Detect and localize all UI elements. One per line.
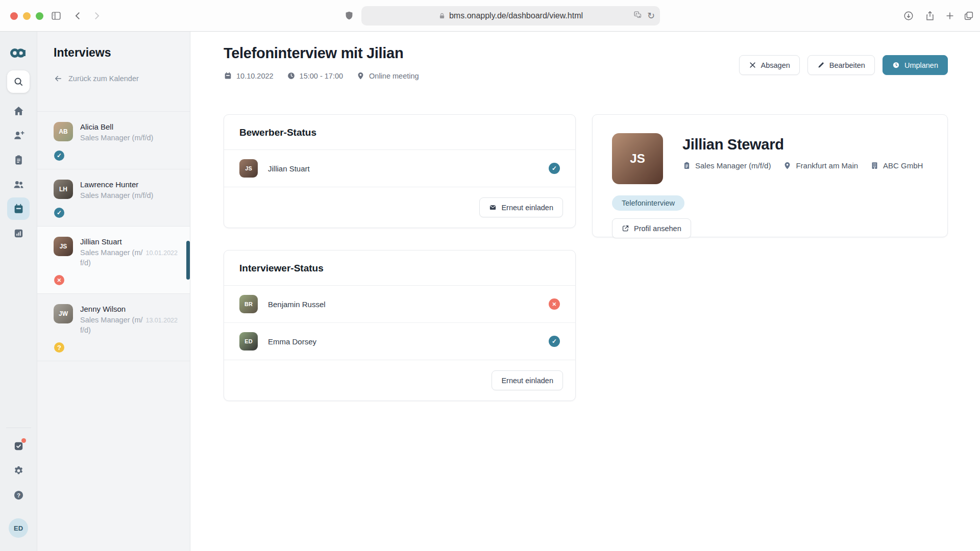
candidate-role: Sales Manager (m/ <box>80 315 143 325</box>
candidate-name: Jillian Stuart <box>80 237 178 246</box>
interviewer-name: Benjamin Russel <box>268 300 549 309</box>
status-badge <box>54 275 64 285</box>
app-window: ? ED Interviews Zurück zum Kalender AB A… <box>0 32 980 551</box>
add-candidate-icon[interactable] <box>7 124 30 146</box>
selection-indicator <box>186 241 190 280</box>
interviewer-name: Emma Dorsey <box>268 337 549 346</box>
candidate-name: Jenny Wilson <box>80 305 178 313</box>
address-bar[interactable]: bms.onapply.de/dashboard/view.html ↻ <box>361 6 660 26</box>
main-content: Telefoninterview mit Jilian 10.10.2022 <box>191 32 980 551</box>
interviews-sidebar: Interviews Zurück zum Kalender AB Alicia… <box>37 32 190 551</box>
user-avatar[interactable]: ED <box>7 517 30 539</box>
zoom-window-button[interactable] <box>36 12 43 20</box>
location-pin-icon <box>783 161 792 170</box>
list-item-jillian-stuart-selected[interactable]: JS Jillian Stuart Sales Manager (m/ 10.0… <box>37 226 190 293</box>
list-item-jenny-wilson[interactable]: JW Jenny Wilson Sales Manager (m/ 13.01.… <box>37 293 190 361</box>
help-icon[interactable]: ? <box>7 484 30 506</box>
page-title: Telefoninterview mit Jilian <box>224 45 403 62</box>
card-title: Bewerber-Status <box>224 115 575 150</box>
interview-date: 10.10.2022 <box>236 72 274 80</box>
screen: bms.onapply.de/dashboard/view.html ↻ <box>0 0 980 551</box>
reinvite-interviewers-button[interactable]: Erneut einladen <box>492 370 563 390</box>
tasks-icon[interactable] <box>7 435 30 457</box>
home-icon[interactable] <box>7 99 30 122</box>
reschedule-button[interactable]: Umplanen <box>883 55 948 75</box>
avatar: LH <box>54 180 73 199</box>
status-badge <box>549 336 560 347</box>
interviewer-status-card: Interviewer-Status BR Benjamin Russel ED… <box>224 250 576 401</box>
new-tab-icon[interactable] <box>944 10 956 22</box>
close-window-button[interactable] <box>10 12 18 20</box>
search-button[interactable] <box>7 70 30 93</box>
applications-icon[interactable] <box>7 148 30 171</box>
applicant-row: JS Jillian Stuart <box>224 150 575 187</box>
interview-meta: 10.10.2022 15:00 - 17:00 Online meeting <box>224 71 419 80</box>
candidate-profile-card: JS Jillian Steward Sales Manager (m/f/d) <box>592 114 948 237</box>
mail-icon <box>489 204 497 211</box>
sidebar-title: Interviews <box>54 46 111 60</box>
applicant-name: Jillian Stuart <box>268 164 549 173</box>
interview-date: 13.01.2022 <box>145 317 178 324</box>
lock-icon <box>438 12 446 19</box>
reload-icon[interactable]: ↻ <box>647 11 655 20</box>
avatar: JS <box>239 159 258 178</box>
navigation-rail: ? ED <box>0 32 37 551</box>
privacy-shield-icon[interactable] <box>343 10 355 22</box>
candidate-role: Sales Manager (m/f/d) <box>80 191 153 201</box>
team-icon[interactable] <box>7 173 30 195</box>
avatar: AB <box>54 122 73 141</box>
sidebar-toggle-icon[interactable] <box>50 10 62 22</box>
view-profile-button[interactable]: Profil ansehen <box>612 218 691 238</box>
tab-overview-icon[interactable] <box>963 10 975 22</box>
x-icon <box>749 61 756 69</box>
interview-type-tag: Telefoninterview <box>612 195 684 211</box>
list-item-alicia-bell[interactable]: AB Alicia Bell Sales Manager (m/f/d) <box>37 111 190 169</box>
candidate-company: ABC GmbH <box>883 161 923 170</box>
avatar: JS <box>54 237 73 256</box>
status-badge <box>54 151 64 161</box>
avatar: JW <box>54 304 73 323</box>
header-actions: Absagen Bearbeiten Umplanen <box>739 55 948 75</box>
candidate-position: Sales Manager (m/f/d) <box>695 161 771 170</box>
calendar-small-icon <box>224 71 232 80</box>
candidate-meta: Sales Manager (m/f/d) Frankfurt am Main <box>682 161 923 170</box>
edit-button[interactable]: Bearbeiten <box>807 55 875 75</box>
minimize-window-button[interactable] <box>23 12 31 20</box>
url-text: bms.onapply.de/dashboard/view.html <box>449 11 583 20</box>
candidate-name: Jillian Steward <box>682 136 923 153</box>
clock-icon <box>287 71 296 80</box>
interview-date: 10.01.2022 <box>145 249 178 257</box>
reports-icon[interactable] <box>7 222 30 244</box>
translate-icon[interactable] <box>633 10 642 21</box>
candidate-role: Sales Manager (m/ <box>80 248 143 258</box>
candidate-location: Frankfurt am Main <box>796 161 858 170</box>
back-to-calendar-link[interactable]: Zurück zum Kalender <box>54 74 139 83</box>
cancel-button[interactable]: Absagen <box>739 55 800 75</box>
company-icon <box>870 161 879 170</box>
forward-icon[interactable] <box>90 10 103 22</box>
settings-gear-icon[interactable] <box>7 459 30 482</box>
calendar-icon-active[interactable] <box>7 197 30 220</box>
card-title: Interviewer-Status <box>224 251 575 286</box>
arrow-left-icon <box>54 74 63 83</box>
window-controls <box>10 12 43 20</box>
share-icon[interactable] <box>924 10 936 22</box>
onapply-logo[interactable] <box>7 42 30 64</box>
user-initials: ED <box>9 518 28 538</box>
status-badge <box>54 342 64 353</box>
svg-text:?: ? <box>16 492 20 498</box>
back-icon[interactable] <box>72 10 84 22</box>
candidate-name: Lawrence Hunter <box>80 180 178 189</box>
downloads-icon[interactable] <box>902 10 915 22</box>
notification-dot <box>21 438 26 443</box>
list-item-lawrence-hunter[interactable]: LH Lawrence Hunter Sales Manager (m/f/d) <box>37 169 190 227</box>
reinvite-applicant-button[interactable]: Erneut einladen <box>479 197 563 217</box>
candidate-role: Sales Manager (m/f/d) <box>80 133 153 143</box>
status-badge <box>549 163 560 174</box>
interviewer-row: BR Benjamin Russel <box>224 286 575 322</box>
avatar: ED <box>239 332 258 350</box>
candidate-name: Alicia Bell <box>80 122 178 131</box>
pencil-icon <box>817 61 825 69</box>
candidate-photo: JS <box>612 133 663 184</box>
clock-icon <box>892 61 900 69</box>
